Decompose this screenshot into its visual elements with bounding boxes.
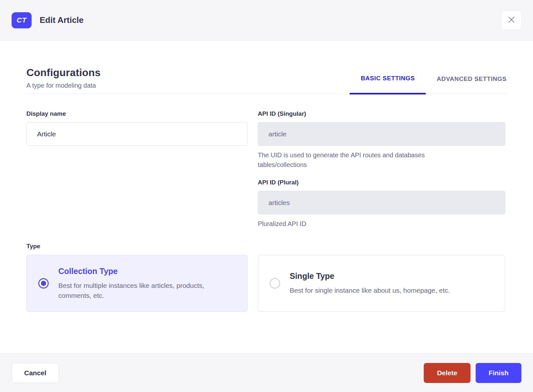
api-id-singular-helper: The UID is used to generate the API rout… bbox=[258, 150, 466, 170]
modal-header: CT Edit Article bbox=[0, 0, 533, 41]
api-id-plural-label: API ID (Plural) bbox=[258, 179, 505, 186]
collection-type-option[interactable]: Collection Type Best for multiple instan… bbox=[26, 255, 247, 312]
configuration-form: Display name API ID (Singular) The UID i… bbox=[26, 110, 507, 229]
display-name-column: Display name bbox=[26, 110, 247, 229]
collection-type-text: Collection Type Best for multiple instan… bbox=[58, 267, 232, 300]
api-id-plural-input bbox=[258, 191, 505, 214]
type-options: Collection Type Best for multiple instan… bbox=[26, 255, 507, 312]
single-type-option[interactable]: Single Type Best for single instance lik… bbox=[258, 255, 505, 312]
display-name-group: Display name bbox=[26, 110, 247, 146]
single-type-radio[interactable] bbox=[270, 278, 280, 289]
page-title: Configurations bbox=[26, 67, 101, 79]
type-label: Type bbox=[26, 243, 507, 250]
edit-article-modal: CT Edit Article Configurations A type fo… bbox=[0, 0, 533, 392]
api-id-singular-group: API ID (Singular) The UID is used to gen… bbox=[258, 110, 505, 170]
api-id-singular-input bbox=[258, 122, 505, 146]
finish-button[interactable]: Finish bbox=[476, 363, 521, 383]
tab-basic-settings[interactable]: BASIC SETTINGS bbox=[350, 75, 426, 94]
api-id-singular-label: API ID (Singular) bbox=[258, 110, 505, 117]
content-type-badge-label: CT bbox=[17, 16, 26, 24]
display-name-input[interactable] bbox=[26, 122, 247, 146]
cancel-button[interactable]: Cancel bbox=[12, 363, 59, 383]
api-id-plural-group: API ID (Plural) Pluralized API ID bbox=[258, 179, 505, 229]
modal-title: Edit Article bbox=[40, 15, 83, 25]
tab-advanced-settings[interactable]: ADVANCED SETTINGS bbox=[426, 75, 507, 93]
content-type-badge: CT bbox=[12, 12, 32, 28]
close-icon bbox=[507, 15, 516, 25]
single-type-text: Single Type Best for single instance lik… bbox=[290, 271, 450, 295]
api-id-column: API ID (Singular) The UID is used to gen… bbox=[258, 110, 505, 229]
collection-type-description: Best for multiple instances like article… bbox=[58, 280, 232, 300]
close-button[interactable] bbox=[501, 11, 521, 30]
api-id-plural-helper: Pluralized API ID bbox=[258, 219, 505, 229]
collection-type-radio[interactable] bbox=[38, 278, 49, 289]
page-subtitle: A type for modeling data bbox=[26, 82, 101, 89]
modal-body: Configurations A type for modeling data … bbox=[0, 41, 533, 353]
single-type-title: Single Type bbox=[290, 271, 450, 281]
radio-selected-dot bbox=[41, 281, 46, 286]
single-type-description: Best for single instance like about us, … bbox=[290, 285, 450, 295]
settings-tabs: BASIC SETTINGS ADVANCED SETTINGS bbox=[350, 75, 507, 93]
modal-footer: Cancel Delete Finish bbox=[0, 353, 533, 392]
collection-type-title: Collection Type bbox=[58, 267, 232, 276]
config-header: Configurations A type for modeling data … bbox=[26, 67, 507, 94]
delete-button[interactable]: Delete bbox=[424, 363, 470, 383]
display-name-label: Display name bbox=[26, 110, 247, 117]
config-titles: Configurations A type for modeling data bbox=[26, 67, 101, 93]
